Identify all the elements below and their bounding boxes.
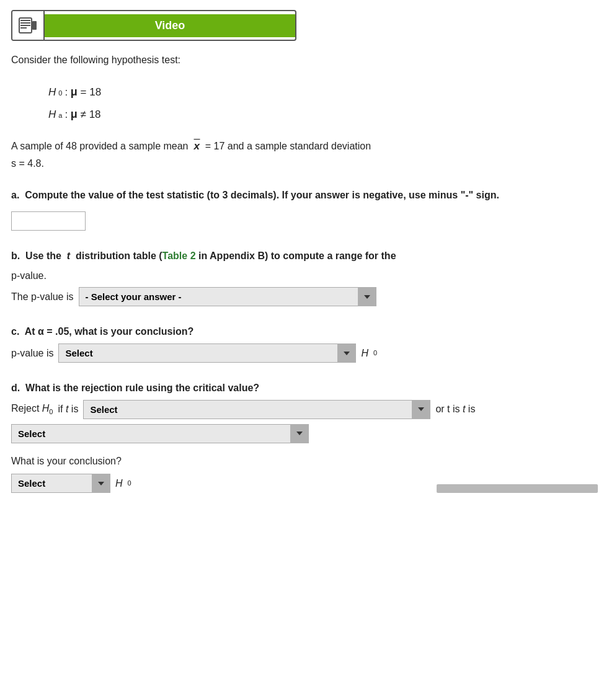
pvalue-description: p-value. [11, 268, 598, 284]
reject-dropdown2-container: Select [11, 424, 309, 443]
final-select[interactable]: Select [11, 474, 110, 493]
bottom-area: Select H0 [11, 474, 598, 493]
pvalue-select[interactable]: - Select your answer - [79, 287, 376, 306]
section-d: d. What is the rejection rule using the … [11, 380, 598, 493]
reject-select-1[interactable]: Select [83, 400, 430, 419]
section-a: a. Compute the value of the test statist… [11, 187, 598, 231]
section-b: b. Use the t distribution table (Table 2… [11, 248, 598, 306]
hypothesis-block: H0: μ = 18 Ha: μ ≠ 18 [48, 81, 598, 125]
section-c-label: c. At α = .05, what is your conclusion? [11, 324, 598, 340]
video-label: Video [45, 14, 295, 37]
conclusion-line: p-value is Select H0 [11, 343, 598, 363]
conclusion-dropdown-container: Select [58, 343, 356, 363]
svg-rect-4 [20, 27, 27, 29]
what-conclusion-text: What is your conclusion? [11, 453, 598, 469]
reject-rule-line: Reject H0 if t is Select or t is t is [11, 400, 598, 419]
pvalue-line: The p-value is - Select your answer - [11, 287, 598, 306]
null-hypothesis: H0: μ = 18 [48, 81, 598, 103]
pvalue-dropdown-container: - Select your answer - [79, 287, 376, 306]
svg-rect-2 [20, 22, 30, 24]
svg-rect-3 [20, 25, 30, 26]
conclusion-select[interactable]: Select [58, 343, 356, 363]
intro-text: Consider the following hypothesis test: [11, 52, 598, 68]
section-b-label: b. Use the t distribution table (Table 2… [11, 248, 598, 264]
test-statistic-input[interactable] [11, 211, 86, 231]
svg-rect-5 [32, 21, 37, 30]
alt-hypothesis: Ha: μ ≠ 18 [48, 103, 598, 125]
sample-description: A sample of 48 provided a sample mean x … [11, 138, 598, 172]
section-c: c. At α = .05, what is your conclusion? … [11, 324, 598, 363]
progress-bar [437, 484, 598, 493]
svg-rect-1 [20, 20, 30, 21]
section-d-label: d. What is the rejection rule using the … [11, 380, 598, 396]
reject-select-2[interactable]: Select [11, 424, 309, 443]
video-icon [12, 11, 45, 40]
final-conclusion-line: Select H0 [11, 474, 598, 493]
table2-link[interactable]: Table 2 [162, 250, 196, 261]
section-a-label: a. Compute the value of the test statist… [11, 187, 598, 203]
reject-second-select-line: Select [11, 424, 598, 443]
final-dropdown-container: Select [11, 474, 110, 493]
reject-dropdown1-container: Select [83, 400, 430, 419]
video-button[interactable]: Video [11, 10, 296, 41]
